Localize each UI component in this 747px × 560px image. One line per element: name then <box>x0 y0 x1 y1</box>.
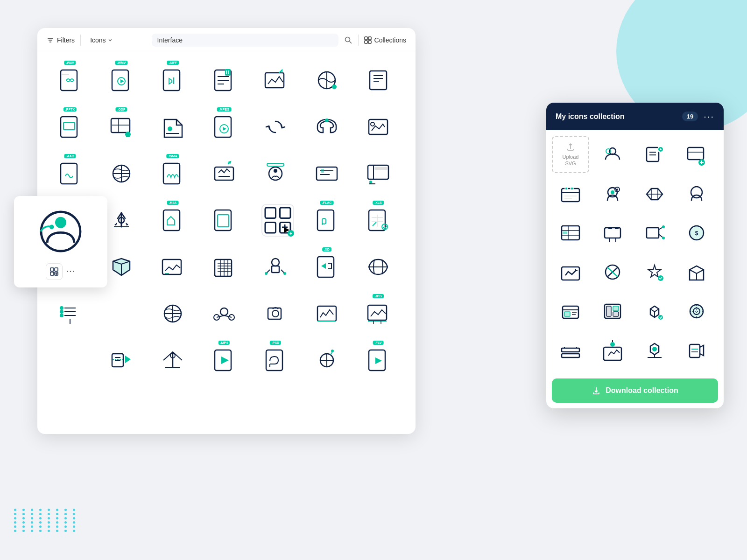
collection-icon-item[interactable] <box>594 332 631 369</box>
svg-rect-95 <box>272 266 279 273</box>
collection-icon-item[interactable] <box>678 136 715 173</box>
list-item[interactable] <box>355 244 402 290</box>
list-item[interactable] <box>47 290 93 337</box>
collection-icon-item[interactable] <box>552 214 589 252</box>
list-item[interactable] <box>252 290 299 337</box>
list-item[interactable] <box>149 104 196 150</box>
collection-icon-item[interactable] <box>552 175 589 212</box>
list-item[interactable]: .XLS <box>355 197 402 244</box>
collection-grid: UploadSVG <box>546 130 724 375</box>
icons-dropdown[interactable]: Icons <box>86 35 116 46</box>
collection-icon-item[interactable] <box>594 136 631 173</box>
list-item[interactable]: .FLAC <box>303 197 350 244</box>
collection-icon-item[interactable] <box>594 175 631 212</box>
list-item[interactable] <box>252 57 299 104</box>
svg-rect-43 <box>61 163 77 184</box>
collection-icon-item[interactable] <box>636 293 673 330</box>
list-item[interactable] <box>98 337 145 384</box>
list-item[interactable]: .AIFF <box>149 57 196 104</box>
svg-point-142 <box>55 217 66 228</box>
list-item[interactable] <box>252 150 299 197</box>
collection-icon-item[interactable] <box>594 253 631 291</box>
svg-rect-228 <box>690 344 700 357</box>
list-item[interactable]: .AAC <box>47 150 93 197</box>
collection-icon-item[interactable] <box>594 293 631 330</box>
list-item[interactable] <box>201 244 247 290</box>
svg-point-112 <box>220 308 228 315</box>
list-item[interactable] <box>252 104 299 150</box>
list-item[interactable] <box>355 57 402 104</box>
collection-icon-item[interactable] <box>678 293 715 330</box>
list-item[interactable]: .XD <box>303 244 350 290</box>
preview-actions: ··· <box>46 263 75 280</box>
list-item[interactable] <box>149 337 196 384</box>
collection-title: My icons collection <box>556 112 677 121</box>
collection-more-button[interactable]: ··· <box>704 111 714 122</box>
list-item[interactable]: .JPG <box>355 290 402 337</box>
list-item[interactable]: .FLV <box>355 337 402 384</box>
svg-point-214 <box>690 305 703 318</box>
list-item[interactable] <box>355 150 402 197</box>
svg-point-94 <box>272 259 279 266</box>
svg-point-223 <box>610 342 615 347</box>
svg-point-99 <box>283 272 286 275</box>
list-item[interactable]: .M4A <box>149 197 196 244</box>
collection-icon-item[interactable] <box>552 293 589 330</box>
list-item[interactable] <box>303 150 350 197</box>
collection-icon-item[interactable] <box>678 175 715 212</box>
list-item[interactable] <box>303 104 350 150</box>
list-item[interactable]: .WMV <box>98 57 145 104</box>
list-item[interactable]: .WMA <box>149 150 196 197</box>
list-item[interactable]: .PSD <box>252 337 299 384</box>
filters-button[interactable]: Filters <box>47 36 75 44</box>
svg-rect-66 <box>163 210 180 231</box>
list-item[interactable] <box>303 57 350 104</box>
svg-text:$: $ <box>695 230 698 237</box>
download-collection-button[interactable]: Download collection <box>552 378 718 403</box>
collection-icon-item[interactable] <box>636 332 673 369</box>
collection-icon-item[interactable] <box>636 214 673 252</box>
list-item[interactable] <box>98 290 145 337</box>
collection-icon-item[interactable] <box>552 253 589 291</box>
list-item[interactable] <box>201 150 247 197</box>
list-item[interactable] <box>355 104 402 150</box>
collection-header: My icons collection 19 ··· <box>546 103 724 130</box>
list-item[interactable] <box>201 290 247 337</box>
add-to-collection-button[interactable]: + ▶ <box>261 204 294 237</box>
list-item[interactable] <box>303 290 350 337</box>
add-to-collection-icon-btn[interactable] <box>46 263 63 280</box>
svg-rect-146 <box>50 272 54 275</box>
list-item[interactable]: .PPTX <box>47 104 93 150</box>
svg-point-106 <box>60 310 63 314</box>
upload-svg-button[interactable]: UploadSVG <box>552 136 589 173</box>
list-item[interactable]: .ODP <box>98 104 145 150</box>
list-item[interactable] <box>149 244 196 290</box>
search-input[interactable] <box>157 36 333 44</box>
search-icon[interactable] <box>344 36 352 44</box>
more-options-button[interactable]: ··· <box>66 267 75 276</box>
list-item[interactable] <box>149 290 196 337</box>
list-item[interactable]: .MP4 <box>201 337 247 384</box>
list-item[interactable] <box>303 337 350 384</box>
collection-icon-item[interactable] <box>552 332 589 369</box>
collection-icon-item[interactable] <box>594 214 631 252</box>
collections-button[interactable]: Collections <box>364 36 406 44</box>
list-item[interactable] <box>47 337 93 384</box>
collection-icon-item[interactable] <box>678 253 715 291</box>
svg-rect-56 <box>321 169 324 173</box>
collection-icon-item[interactable] <box>636 175 673 212</box>
list-item[interactable] <box>98 150 145 197</box>
collection-icon-item[interactable]: $ <box>678 214 715 252</box>
collection-icon-item[interactable] <box>636 253 673 291</box>
svg-point-34 <box>125 132 131 137</box>
svg-point-118 <box>272 310 279 317</box>
svg-point-51 <box>274 169 277 173</box>
list-item[interactable] <box>201 197 247 244</box>
collection-icon-item[interactable] <box>678 332 715 369</box>
list-item[interactable] <box>201 57 247 104</box>
collection-icon-item[interactable] <box>636 136 673 173</box>
list-item[interactable] <box>252 244 299 290</box>
list-item[interactable]: .WAV <box>47 57 93 104</box>
list-item[interactable]: .MPEG <box>201 104 247 150</box>
svg-point-166 <box>565 187 568 190</box>
